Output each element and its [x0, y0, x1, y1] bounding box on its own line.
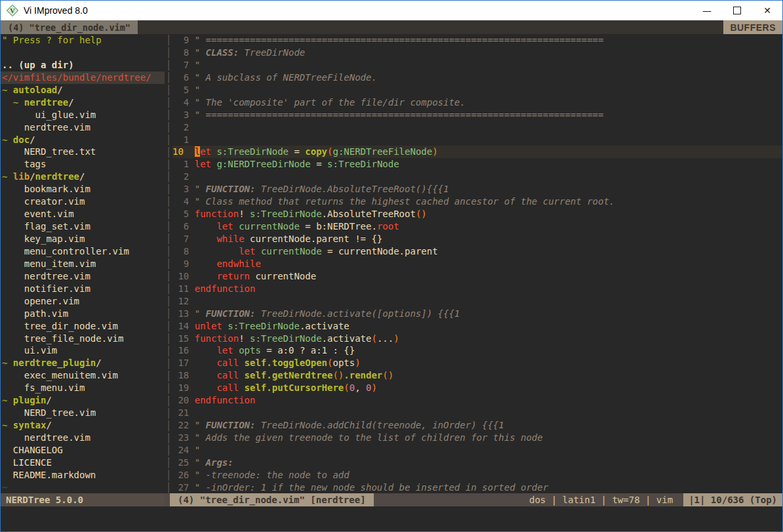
code-line[interactable]: 16 let opts = a:0 ? a:1 : {} [172, 344, 782, 357]
code-line[interactable]: 5function! s:TreeDirNode.AbsoluteTreeRoo… [172, 208, 782, 220]
tree-item[interactable]: ui.vim [2, 344, 165, 357]
code-line[interactable]: 4" Class method that returns the highest… [172, 195, 782, 208]
nerdtree-status: NERDTree 5.0.0 [1, 493, 165, 506]
code-line[interactable]: 18 call self.getNerdtree().render() [172, 369, 782, 382]
code-line[interactable]: 10 return currentNode [172, 270, 782, 283]
tree-item[interactable]: notifier.vim [2, 283, 165, 295]
tree-item[interactable]: path.vim [2, 308, 165, 320]
code-line[interactable]: 14unlet s:TreeDirNode.activate [172, 320, 782, 333]
tree-item[interactable]: tree_file_node.vim [2, 333, 165, 345]
tree-item[interactable]: nerdtree.vim [2, 432, 165, 444]
tree-item[interactable]: ~ [2, 481, 165, 493]
code-line[interactable]: 26" -treenode: the node to add [172, 469, 782, 481]
tree-item[interactable]: NERD_tree.vim [2, 407, 165, 419]
tree-item[interactable]: fs_menu.vim [2, 382, 165, 394]
code-line[interactable]: 2 [172, 121, 782, 134]
tree-item[interactable]: ~ plugin/ [2, 394, 165, 407]
tree-item[interactable]: key_map.vim [2, 233, 165, 245]
code-line[interactable]: 27" -inOrder: 1 if the new node should b… [172, 481, 782, 493]
tree-item[interactable]: NERD_tree.txt [2, 146, 165, 158]
code-line[interactable]: 8 let currentNode = currentNode.parent [172, 245, 782, 258]
tree-item[interactable]: opener.vim [2, 295, 165, 308]
code-line[interactable]: 6" A subclass of NERDTreeFileNode. [172, 72, 782, 84]
tree-item[interactable]: ~ nerdtree_plugin/ [2, 357, 165, 369]
tree-root-item[interactable]: </vimfiles/bundle/nerdtree/ [1, 72, 165, 84]
tree-item[interactable]: tags [2, 158, 165, 171]
tab-tree-dir-node[interactable]: (4) "tree_dir_node.vim" [1, 20, 138, 34]
code-line[interactable]: 6 let currentNode = b:NERDTree.root [172, 220, 782, 233]
window-separator[interactable]: │ │ │ │ │ │ │ │ │ │ │ │ │ │ │ │ │ │ │ │ … [165, 34, 172, 493]
tree-item[interactable]: tree_dir_node.vim [2, 320, 165, 333]
tree-item[interactable]: ~ doc/ [2, 134, 165, 146]
code-line[interactable]: 9" =====================================… [172, 34, 782, 47]
code-line[interactable]: 1let g:NERDTreeDirNode = s:TreeDirNode [172, 158, 782, 171]
tree-item[interactable]: exec_menuitem.vim [2, 369, 165, 382]
buffers-label: BUFFERS [723, 20, 782, 34]
tree-item[interactable]: nerdtree.vim [2, 121, 165, 134]
code-line[interactable]: 7" [172, 59, 782, 72]
line-number: 4 [172, 195, 189, 208]
code-line[interactable]: 21 [172, 407, 782, 419]
line-number: 18 [172, 369, 189, 382]
command-line[interactable] [1, 506, 782, 531]
code-line[interactable]: 11endfunction [172, 283, 782, 295]
tree-item[interactable]: creator.vim [2, 195, 165, 208]
code-line-current[interactable]: 10let s:TreeDirNode = copy(g:NERDTreeFil… [172, 146, 782, 158]
code-line[interactable]: 25" Args: [172, 457, 782, 469]
tree-item[interactable]: .. (up a dir) [2, 59, 165, 72]
tree-item[interactable]: LICENCE [2, 457, 165, 469]
tree-item[interactable]: CHANGELOG [2, 444, 165, 457]
tree-item[interactable]: nerdtree.vim [2, 270, 165, 283]
line-number: 26 [172, 469, 189, 481]
code-line[interactable]: 9 endwhile [172, 258, 782, 270]
code-line[interactable]: 8" CLASS: TreeDirNode [172, 47, 782, 59]
line-number: 8 [172, 245, 189, 258]
tree-item[interactable]: " Press ? for help [2, 34, 165, 47]
tree-item[interactable]: bookmark.vim [2, 183, 165, 195]
tree-item[interactable]: flag_set.vim [2, 220, 165, 233]
nerdtree-pane[interactable]: " Press ? for help .. (up a dir)</vimfil… [1, 34, 165, 493]
tree-item[interactable]: ~ autoload/ [2, 84, 165, 96]
status-filename: (4) "tree_dir_node.vim" [nerdtree] [170, 493, 374, 506]
minimize-button[interactable]: — [692, 1, 722, 20]
code-line[interactable]: 24" [172, 444, 782, 457]
line-number: 14 [172, 320, 189, 333]
code-line[interactable]: 4" The 'composite' part of the file/dir … [172, 96, 782, 109]
tree-item[interactable]: menu_item.vim [2, 258, 165, 270]
maximize-button[interactable] [722, 1, 752, 20]
tree-item[interactable]: README.markdown [2, 469, 165, 481]
line-number: 3 [172, 109, 189, 121]
close-button[interactable]: ✕ [752, 1, 782, 20]
code-line[interactable]: 3" FUNCTION: TreeDirNode.AbsoluteTreeRoo… [172, 183, 782, 195]
tree-item[interactable]: ~ syntax/ [2, 419, 165, 432]
code-line[interactable]: 20endfunction [172, 394, 782, 407]
maximize-icon [733, 7, 741, 14]
line-number: 10 [172, 270, 189, 283]
code-line[interactable]: 17 call self.toggleOpen(opts) [172, 357, 782, 369]
tree-item[interactable]: ~ nerdtree/ [2, 96, 165, 109]
code-line[interactable]: 15function! s:TreeDirNode.activate(...) [172, 333, 782, 345]
code-line[interactable]: 23" Adds the given treenode to the list … [172, 432, 782, 444]
tree-item[interactable]: ~ lib/nerdtree/ [2, 171, 165, 183]
line-number: 2 [172, 171, 189, 183]
code-line[interactable]: 5" [172, 84, 782, 96]
code-pane[interactable]: 9" =====================================… [172, 34, 782, 493]
line-number: 25 [172, 457, 189, 469]
line-number: 9 [172, 34, 189, 47]
line-number: 27 [172, 481, 189, 493]
code-line[interactable]: 2 [172, 171, 782, 183]
code-line[interactable]: 3" =====================================… [172, 109, 782, 121]
tree-item[interactable] [2, 47, 165, 59]
tree-item[interactable]: menu_controller.vim [2, 245, 165, 258]
vim-window: V Vi IMproved 8.0 — ✕ (4) "tree_dir_node… [0, 0, 783, 532]
tree-item[interactable]: ui_glue.vim [2, 109, 165, 121]
line-number: 7 [172, 59, 189, 72]
code-line[interactable]: 13" FUNCTION: TreeDirNode.activate([opti… [172, 308, 782, 320]
code-line[interactable]: 12 [172, 295, 782, 308]
tree-item[interactable]: event.vim [2, 208, 165, 220]
code-line[interactable]: 22" FUNCTION: TreeDirNode.addChild(treen… [172, 419, 782, 432]
code-line[interactable]: 1 [172, 134, 782, 146]
code-line[interactable]: 7 while currentNode.parent != {} [172, 233, 782, 245]
status-line: NERDTree 5.0.0 (4) "tree_dir_node.vim" [… [1, 493, 782, 506]
code-line[interactable]: 19 call self.putCursorHere(0, 0) [172, 382, 782, 394]
